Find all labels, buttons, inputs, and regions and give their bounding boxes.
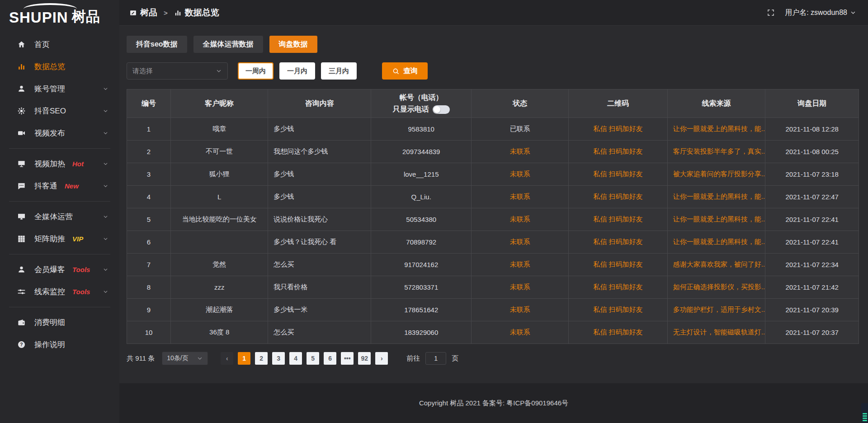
table-header: 编号 客户昵称 咨询内容 帐号（电话） 只显示电话 状态 二维码 线索来源 询盘… xyxy=(127,89,859,118)
date-range-button[interactable]: 一月内 xyxy=(279,62,315,80)
page-button-6[interactable]: 6 xyxy=(324,352,336,365)
username-label[interactable]: 用户名: zswodun88 xyxy=(785,8,847,18)
chevron-down-icon xyxy=(103,289,108,295)
cell-qr-link[interactable]: 私信 扫码加好友 xyxy=(569,208,667,230)
cell-source-link[interactable]: 如何正确选择投影仪，买投影... xyxy=(668,276,766,298)
cell-status: 未联系 xyxy=(472,208,569,230)
search-button[interactable]: 查询 xyxy=(382,62,428,80)
column-header: 编号 xyxy=(127,89,171,118)
cell-date: 2021-11-07 20:37 xyxy=(765,321,858,343)
cell-nickname: 哦章 xyxy=(171,118,268,140)
page-size-select[interactable]: 10条/页 xyxy=(162,352,208,365)
sidebar-item-video-heat[interactable]: 视频加热 Hot xyxy=(0,153,119,175)
phone-only-toggle[interactable] xyxy=(433,105,450,114)
cell-nickname: 不可一世 xyxy=(171,141,268,163)
sidebar-item-label: 视频发布 xyxy=(34,128,65,138)
page-button-1[interactable]: 1 xyxy=(238,352,250,365)
fullscreen-icon[interactable] xyxy=(767,9,775,17)
date-range-button[interactable]: 一周内 xyxy=(238,62,274,80)
chart-bar-icon xyxy=(17,62,26,71)
cell-no: 1 xyxy=(127,118,171,140)
page-button-2[interactable]: 2 xyxy=(255,352,268,365)
cell-nickname xyxy=(171,231,268,253)
cell-content: 多少钱 xyxy=(268,186,371,208)
sidebar-item-account-manage[interactable]: 账号管理 xyxy=(0,78,119,100)
cell-source-link[interactable]: 让你一眼就爱上的黑科技，能... xyxy=(668,186,766,208)
cell-account: love__1215 xyxy=(371,163,472,185)
cell-source-link[interactable]: 感谢大家喜欢我家，被问了好... xyxy=(668,254,766,276)
cell-date: 2021-11-08 12:28 xyxy=(765,118,858,140)
page-button-92[interactable]: 92 xyxy=(358,352,371,365)
sidebar-item-home[interactable]: 首页 xyxy=(0,33,119,56)
question-icon: ? xyxy=(17,340,26,349)
sidebar-item-matrix-boost[interactable]: 矩阵助推 VIP xyxy=(0,228,119,250)
sidebar-item-douyin-seo[interactable]: 抖音SEO xyxy=(0,100,119,122)
chat-icon xyxy=(17,182,26,191)
cell-qr-link[interactable]: 私信 扫码加好友 xyxy=(569,321,667,343)
sidebar-item-label: 线索监控 xyxy=(34,287,65,297)
goto-page-input[interactable] xyxy=(425,352,446,365)
cell-source-link[interactable]: 多功能护栏灯，适用于乡村文... xyxy=(668,299,766,321)
page-button-5[interactable]: 5 xyxy=(307,352,319,365)
page-button-•••[interactable]: ••• xyxy=(341,352,354,365)
sidebar-item-label: 账号管理 xyxy=(34,84,65,94)
cell-source-link[interactable]: 让你一眼就爱上的黑科技，能... xyxy=(668,118,766,140)
cell-account: 50534380 xyxy=(371,208,472,230)
copyright-text: Copyright 树品 2021 备案号: 粤ICP备09019646号 xyxy=(419,399,568,408)
sidebar-item-badge: Tools xyxy=(72,266,90,273)
sidebar-item-consume-detail[interactable]: 消费明细 xyxy=(0,311,119,334)
sidebar-item-help[interactable]: ? 操作说明 xyxy=(0,334,119,356)
table-row: 5 当地比较能吃的一位美女 说说价格让我死心 50534380 未联系 私信 扫… xyxy=(127,208,859,230)
cell-qr-link[interactable]: 私信 扫码加好友 xyxy=(569,299,667,321)
column-header: 二维码 xyxy=(569,89,667,118)
member-icon xyxy=(17,265,26,274)
sidebar-item-media-ops[interactable]: 全媒体运营 xyxy=(0,206,119,228)
page-button-4[interactable]: 4 xyxy=(289,352,302,365)
cell-source-link[interactable]: 无主灯设计，智能磁吸轨道灯... xyxy=(668,321,766,343)
page-button-3[interactable]: 3 xyxy=(272,352,285,365)
sidebar-item-video-publish[interactable]: 视频发布 xyxy=(0,122,119,144)
sidebar-item-data-overview[interactable]: 数据总览 xyxy=(0,56,119,78)
chart-bar-icon xyxy=(174,9,182,17)
cell-no: 6 xyxy=(127,231,171,253)
cell-account: 9583810 xyxy=(371,118,472,140)
sidebar-item-label: 消费明细 xyxy=(34,317,65,328)
data-table: 编号 客户昵称 咨询内容 帐号（电话） 只显示电话 状态 二维码 线索来源 询盘… xyxy=(127,89,859,344)
cell-source-link[interactable]: 客厅安装投影半年多了，真实... xyxy=(668,141,766,163)
sidebar-item-doukotong[interactable]: 抖客通 New xyxy=(0,175,119,197)
cell-qr-link[interactable]: 私信 扫码加好友 xyxy=(569,186,667,208)
cell-qr-link[interactable]: 私信 扫码加好友 xyxy=(569,163,667,185)
cell-qr-link[interactable]: 私信 扫码加好友 xyxy=(569,254,667,276)
table-body: 1 哦章 多少钱 9583810 已联系 私信 扫码加好友 让你一眼就爱上的黑科… xyxy=(127,118,859,343)
tab-1[interactable]: 全媒体运营数据 xyxy=(193,36,263,53)
cell-qr-link[interactable]: 私信 扫码加好友 xyxy=(569,118,667,140)
sidebar-item-member-baoke[interactable]: 会员爆客 Tools xyxy=(0,258,119,281)
sidebar-item-badge: Hot xyxy=(72,160,84,168)
prev-page-button[interactable]: ‹ xyxy=(221,352,233,365)
phone-only-label: 只显示电话 xyxy=(393,105,429,114)
chevron-down-icon[interactable] xyxy=(850,9,856,16)
cell-date: 2021-11-07 22:41 xyxy=(765,231,858,253)
cell-source-link[interactable]: 被大家追着问的客厅投影分享... xyxy=(668,163,766,185)
cell-source-link[interactable]: 让你一眼就爱上的黑科技，能... xyxy=(668,231,766,253)
cell-qr-link[interactable]: 私信 扫码加好友 xyxy=(569,231,667,253)
chevron-down-icon xyxy=(216,68,222,74)
cell-content: 多少钱？让我死心 看 xyxy=(268,231,371,253)
svg-text:?: ? xyxy=(20,342,23,347)
breadcrumb-current: 数据总览 xyxy=(185,7,219,19)
cell-status: 未联系 xyxy=(472,231,569,253)
tab-2[interactable]: 询盘数据 xyxy=(269,36,317,53)
sidebar-item-lead-monitor[interactable]: 线索监控 Tools xyxy=(0,281,119,303)
filter-select[interactable]: 请选择 xyxy=(127,62,228,80)
chevron-down-icon xyxy=(103,267,108,273)
cell-qr-link[interactable]: 私信 扫码加好友 xyxy=(569,276,667,298)
cell-qr-link[interactable]: 私信 扫码加好友 xyxy=(569,141,667,163)
date-range-button[interactable]: 三月内 xyxy=(321,62,357,80)
tab-0[interactable]: 抖音seo数据 xyxy=(127,36,187,53)
breadcrumb-root[interactable]: 树品 xyxy=(140,7,157,19)
cell-nickname: 觉然 xyxy=(171,254,268,276)
cell-source-link[interactable]: 让你一眼就爱上的黑科技，能... xyxy=(668,208,766,230)
table-row: 2 不可一世 我想问这个多少钱 2097344839 未联系 私信 扫码加好友 … xyxy=(127,140,859,163)
next-page-button[interactable]: › xyxy=(375,352,388,365)
sidebar-item-label: 全媒体运营 xyxy=(34,212,73,222)
